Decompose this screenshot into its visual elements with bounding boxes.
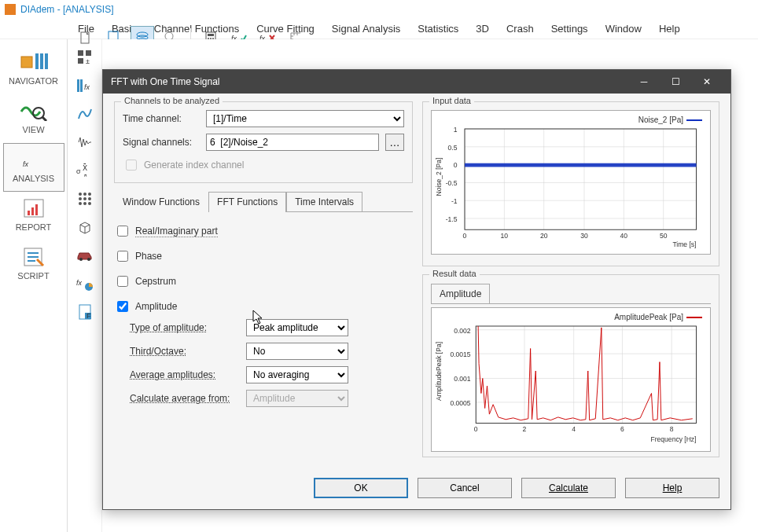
svg-text:0.0015: 0.0015 <box>450 350 470 358</box>
nav-report[interactable]: REPORT <box>3 192 64 240</box>
chk-real-imaginary[interactable] <box>117 226 128 237</box>
svg-rect-36 <box>78 58 83 64</box>
tab-window-functions[interactable]: Window Functions <box>114 192 208 212</box>
svg-text:fx: fx <box>23 160 29 168</box>
signal-channels-input[interactable] <box>206 134 379 151</box>
tab-result-amplitude[interactable]: Amplitude <box>431 284 490 304</box>
group-title: Channels to be analyzed <box>121 96 223 105</box>
tool-column: ± fx σX̄ₙ fx F <box>68 39 102 532</box>
tool-doc-f[interactable]: F <box>72 299 98 325</box>
avg-amp-label: Average amplitudes: <box>130 369 240 380</box>
svg-text:-1.5: -1.5 <box>446 215 458 223</box>
avg-amp-select[interactable]: No averaging <box>246 366 348 383</box>
menu-crash[interactable]: Crash <box>499 20 541 37</box>
time-channel-select[interactable]: [1]/Time <box>206 110 404 127</box>
input-legend-text: Noise_2 [Pa] <box>638 116 683 124</box>
svg-text:30: 30 <box>580 232 588 240</box>
input-title: Input data <box>429 96 474 105</box>
svg-text:2: 2 <box>523 425 527 433</box>
chk-cepstrum-label: Cepstrum <box>135 276 176 287</box>
maximize-button[interactable]: ☐ <box>660 70 691 94</box>
input-plot: Noise_2 [Pa] Noise_2 [Pa] 10.50-0.5-1-1.… <box>431 110 711 255</box>
svg-point-51 <box>83 202 86 205</box>
svg-text:1: 1 <box>454 126 458 134</box>
svg-rect-20 <box>35 53 39 69</box>
chk-amplitude[interactable] <box>117 301 128 312</box>
type-amp-select[interactable]: Peak amplitude <box>246 319 348 336</box>
nav-analysis[interactable]: fx ANALYSIS <box>3 143 64 192</box>
tool-wave[interactable] <box>72 129 98 156</box>
gen-index-checkbox <box>126 160 137 171</box>
nav-view[interactable]: VIEW <box>3 94 64 143</box>
chk-phase[interactable] <box>117 251 128 262</box>
close-button[interactable]: ✕ <box>691 70 723 94</box>
fft-tabs: Window Functions FFT Functions Time Inte… <box>114 191 413 212</box>
chk-amplitude-label: Amplitude <box>135 301 177 312</box>
tool-curve[interactable] <box>72 101 98 127</box>
calculate-button[interactable]: Calculate <box>521 478 616 498</box>
svg-text:Time [s]: Time [s] <box>672 240 696 248</box>
chk-cepstrum[interactable] <box>117 276 128 287</box>
svg-rect-22 <box>45 53 48 69</box>
svg-text:0.001: 0.001 <box>454 375 471 383</box>
svg-text:0: 0 <box>454 161 458 169</box>
menu-window[interactable]: Window <box>598 20 649 37</box>
svg-point-50 <box>79 202 82 205</box>
channels-group: Channels to be analyzed Time channel: [1… <box>114 101 413 183</box>
time-channel-label: Time channel: <box>123 113 200 124</box>
svg-text:6: 6 <box>620 425 624 433</box>
result-data-group: Result data Amplitude AmplitudePeak [Pa]… <box>422 274 719 457</box>
tool-dots[interactable] <box>72 185 98 212</box>
menu-signal-analysis[interactable]: Signal Analysis <box>325 20 407 37</box>
cancel-button[interactable]: Cancel <box>418 478 512 498</box>
tab-fft-functions[interactable]: FFT Functions <box>208 192 286 212</box>
nav-script[interactable]: SCRIPT <box>3 240 64 289</box>
svg-point-45 <box>83 193 86 196</box>
svg-rect-29 <box>35 204 38 215</box>
svg-rect-21 <box>40 53 43 69</box>
svg-text:AmplitudePeak [Pa]: AmplitudePeak [Pa] <box>435 342 443 401</box>
svg-text:fx: fx <box>76 279 83 287</box>
svg-text:10: 10 <box>501 232 509 240</box>
tool-sigma[interactable]: σX̄ₙ <box>72 157 98 184</box>
minimize-button[interactable]: ─ <box>628 70 660 94</box>
tool-fx-pie[interactable]: fx <box>72 270 98 297</box>
menu-statistics[interactable]: Statistics <box>410 20 465 37</box>
analysis-icon: fx <box>20 149 48 171</box>
svg-text:4: 4 <box>572 425 576 433</box>
third-oct-select[interactable]: No <box>246 343 348 360</box>
svg-point-47 <box>79 197 82 200</box>
signal-channels-browse[interactable]: … <box>385 134 404 151</box>
navigator-icon <box>20 51 48 73</box>
menu-help[interactable]: Help <box>652 20 687 37</box>
tab-time-intervals[interactable]: Time Intervals <box>286 192 362 212</box>
help-button[interactable]: Help <box>625 478 719 498</box>
signal-channels-label: Signal channels: <box>123 137 200 148</box>
menu-settings[interactable]: Settings <box>544 20 595 37</box>
svg-text:ₙ: ₙ <box>84 171 87 178</box>
tool-grid1[interactable]: ± <box>72 44 98 71</box>
script-icon <box>20 246 48 268</box>
dialog-footer: OK Cancel Calculate Help <box>103 471 730 509</box>
ok-button[interactable]: OK <box>314 478 408 498</box>
svg-rect-38 <box>77 79 79 92</box>
svg-point-53 <box>79 258 83 261</box>
svg-text:-0.5: -0.5 <box>446 179 458 187</box>
menu-3d[interactable]: 3D <box>469 20 496 37</box>
calc-avg-label: Calculate average from: <box>130 393 240 404</box>
tool-cube[interactable] <box>72 214 98 240</box>
dialog-titlebar[interactable]: FFT with One Time Signal ─ ☐ ✕ <box>103 70 730 94</box>
calc-avg-select: Amplitude <box>246 390 348 407</box>
svg-text:20: 20 <box>540 232 548 240</box>
tool-car[interactable] <box>72 242 98 269</box>
svg-point-49 <box>88 197 91 200</box>
svg-text:0.5: 0.5 <box>448 144 458 152</box>
third-oct-label: Third/Octave: <box>130 346 240 357</box>
svg-text:8: 8 <box>670 425 674 433</box>
nav-navigator[interactable]: NAVIGATOR <box>3 46 64 94</box>
svg-rect-73 <box>465 129 697 229</box>
svg-text:Noise_2 [Pa]: Noise_2 [Pa] <box>435 158 443 196</box>
tool-fx-bars[interactable]: fx <box>72 72 98 99</box>
left-nav: NAVIGATOR VIEW fx ANALYSIS REPORT SCRIPT <box>0 39 68 532</box>
svg-point-44 <box>79 193 82 196</box>
